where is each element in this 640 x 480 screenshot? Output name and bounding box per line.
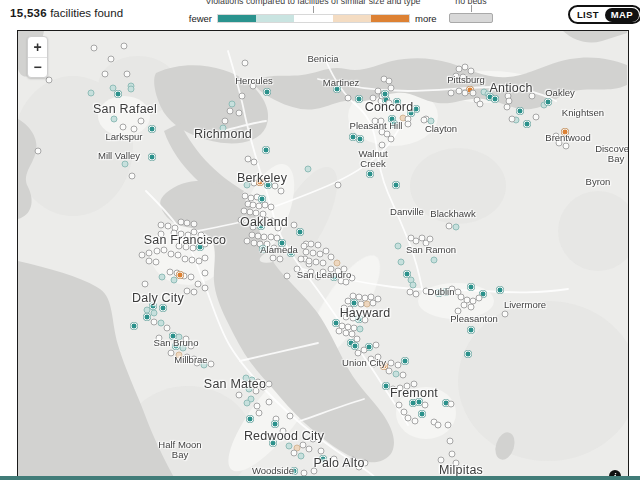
- legend-scale-segment: [256, 15, 294, 22]
- facilities-count: 15,536 facilities found: [10, 7, 123, 19]
- page-bottom-bar: [0, 476, 640, 480]
- no-beds-swatch: [449, 13, 493, 23]
- city-label: Livermore: [504, 300, 546, 310]
- legend-more-label: more: [415, 13, 437, 24]
- city-label: Alameda: [260, 245, 298, 255]
- zoom-in-button[interactable]: +: [28, 37, 47, 57]
- legend-connector-line: [313, 6, 314, 13]
- facilities-count-number: 15,536: [10, 7, 47, 19]
- city-label: Blackhawk: [430, 209, 475, 219]
- map-zoom-control: + −: [27, 36, 48, 78]
- city-label: Walnut Creek: [358, 149, 387, 170]
- city-label: Berkeley: [237, 172, 287, 186]
- map[interactable]: San RafaelRichmondBerkeleyOaklandSan Fra…: [17, 30, 629, 480]
- city-label: San Francisco: [144, 234, 227, 248]
- legend-scale-segment: [333, 15, 371, 22]
- city-label: Martinez: [323, 78, 359, 88]
- city-label: Woodside: [252, 466, 294, 476]
- city-label: Richmond: [194, 128, 252, 142]
- legend-scale-segment: [294, 15, 332, 22]
- city-label: Millbrae: [174, 355, 207, 365]
- list-view-button[interactable]: LIST: [571, 8, 605, 22]
- city-label: San Mateo: [204, 378, 266, 392]
- city-label: Daly City: [132, 292, 184, 306]
- city-label: Pittsburg: [447, 75, 485, 85]
- city-label: San Leandro: [297, 270, 351, 280]
- city-label: Brentwood: [545, 133, 590, 143]
- legend-scale-segment: [218, 15, 256, 22]
- city-label: Redwood City: [244, 430, 324, 444]
- city-label: San Rafael: [93, 103, 157, 117]
- city-label: Antioch: [489, 82, 532, 96]
- city-label: Clayton: [425, 124, 457, 134]
- city-label: Danville: [390, 207, 424, 217]
- city-label: Knightsen: [562, 108, 604, 118]
- legend-scale-bar: [217, 14, 410, 23]
- city-label: Union City: [342, 358, 386, 368]
- city-label: Pleasant Hill: [350, 121, 403, 131]
- city-label: Benicia: [307, 54, 338, 64]
- city-label: San Ramon: [406, 245, 456, 255]
- view-toggle: LIST MAP: [568, 5, 640, 24]
- city-label: Half Moon Bay: [158, 440, 201, 461]
- city-label: Pleasanton: [450, 314, 498, 324]
- city-label: Larkspur: [106, 132, 143, 142]
- city-label: Hercules: [235, 76, 273, 86]
- zoom-out-button[interactable]: −: [28, 58, 47, 78]
- page: 15,536 facilities found Violations compa…: [0, 0, 640, 480]
- city-label: Oakland: [240, 216, 288, 230]
- header: 15,536 facilities found Violations compa…: [0, 0, 640, 30]
- city-label: Hayward: [340, 307, 391, 321]
- legend-scale-segment: [371, 15, 409, 22]
- city-label: Concord: [365, 101, 414, 115]
- city-label: Fremont: [390, 387, 438, 401]
- city-label: Palo Alto: [313, 457, 364, 471]
- city-label: Mill Valley: [98, 151, 140, 161]
- legend-fewer-label: fewer: [189, 13, 212, 24]
- city-labels-layer: San RafaelRichmondBerkeleyOaklandSan Fra…: [18, 31, 628, 480]
- city-label: Discovery Bay: [595, 144, 629, 165]
- city-label: Dublin: [428, 287, 455, 297]
- facilities-count-suffix: facilities found: [47, 7, 123, 19]
- city-label: San Bruno: [154, 338, 199, 348]
- city-label: Byron: [586, 177, 611, 187]
- no-beds-connector-line: [471, 5, 472, 12]
- city-label: Oakley: [545, 88, 575, 98]
- map-view-button[interactable]: MAP: [605, 8, 639, 22]
